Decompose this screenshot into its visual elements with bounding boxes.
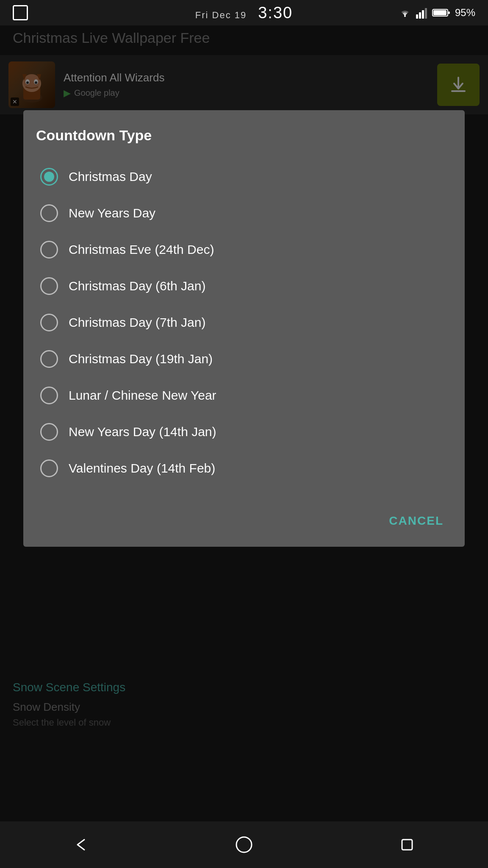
home-icon [235,835,253,854]
radio-circle-new-years-day-14jan [40,423,58,441]
radio-label-christmas-day-6jan: Christmas Day (6th Jan) [69,279,205,293]
svg-rect-1 [416,14,418,19]
svg-rect-6 [433,10,446,15]
radio-label-christmas-day-7jan: Christmas Day (7th Jan) [69,315,205,330]
radio-circle-christmas-day-19jan [40,350,58,368]
svg-rect-3 [422,10,424,19]
svg-rect-18 [402,840,412,850]
battery-icon [432,8,451,18]
radio-label-lunar-chinese-new-year: Lunar / Chinese New Year [69,388,216,403]
radio-circle-lunar-chinese-new-year [40,387,58,404]
bottom-nav [0,821,488,868]
radio-item-christmas-day-7jan[interactable]: Christmas Day (7th Jan) [36,304,452,341]
status-bar: Fri Dec 19 3:30 95% [0,0,488,25]
svg-point-17 [236,837,252,852]
battery-percent: 95% [455,7,475,19]
countdown-type-dialog: Countdown Type Christmas Day New Years D… [23,110,465,547]
radio-circle-christmas-day [40,168,58,186]
radio-label-christmas-day: Christmas Day [69,170,152,184]
radio-item-christmas-day[interactable]: Christmas Day [36,159,452,195]
dialog-actions: CANCEL [36,501,452,534]
home-button[interactable] [214,829,274,860]
status-time: Fri Dec 19 3:30 [195,4,293,22]
recents-icon [399,836,416,853]
wifi-icon [398,7,412,18]
radio-label-christmas-eve: Christmas Eve (24th Dec) [69,242,214,257]
radio-circle-valentines-day [40,459,58,477]
radio-label-valentines-day: Valentines Day (14th Feb) [69,461,215,476]
radio-item-christmas-day-6jan[interactable]: Christmas Day (6th Jan) [36,268,452,304]
radio-label-christmas-day-19jan: Christmas Day (19th Jan) [69,352,213,366]
radio-label-new-years-day: New Years Day [69,206,155,220]
radio-circle-christmas-day-6jan [40,277,58,295]
radio-label-new-years-day-14jan: New Years Day (14th Jan) [69,425,216,439]
svg-rect-4 [425,8,427,19]
status-bar-right: 95% [398,7,475,19]
radio-group: Christmas Day New Years Day Christmas Ev… [36,159,452,487]
radio-item-valentines-day[interactable]: Valentines Day (14th Feb) [36,450,452,487]
signal-icon [416,7,428,19]
recents-button[interactable] [377,830,437,860]
svg-rect-7 [448,11,450,14]
radio-item-lunar-chinese-new-year[interactable]: Lunar / Chinese New Year [36,377,452,414]
radio-circle-new-years-day [40,204,58,222]
radio-item-new-years-day-14jan[interactable]: New Years Day (14th Jan) [36,414,452,450]
radio-circle-christmas-eve [40,241,58,259]
radio-circle-christmas-day-7jan [40,314,58,331]
radio-item-christmas-day-19jan[interactable]: Christmas Day (19th Jan) [36,341,452,377]
cancel-button[interactable]: CANCEL [380,508,452,534]
svg-rect-2 [419,12,421,19]
svg-point-0 [404,15,406,17]
status-bar-left [13,5,28,20]
radio-item-new-years-day[interactable]: New Years Day [36,195,452,231]
radio-item-christmas-eve[interactable]: Christmas Eve (24th Dec) [36,231,452,268]
screenshot-icon [13,5,28,20]
back-button[interactable] [51,830,111,860]
dialog-title: Countdown Type [36,127,452,144]
back-icon [72,836,89,853]
